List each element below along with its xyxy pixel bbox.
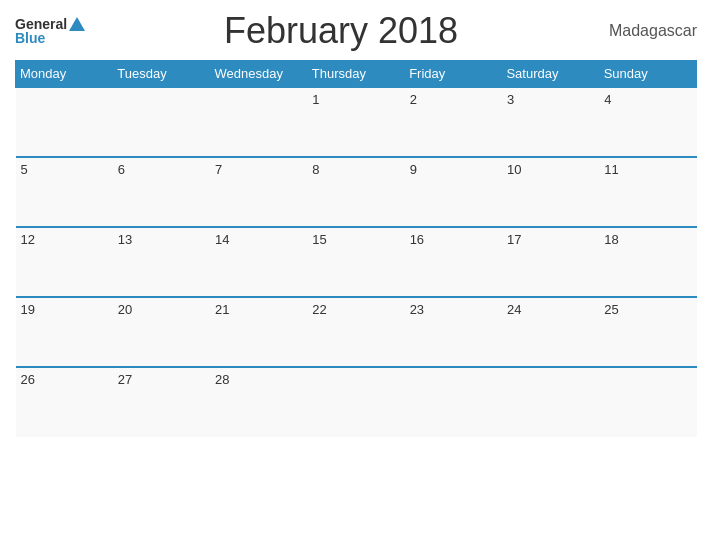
weekday-header-friday: Friday bbox=[405, 61, 502, 88]
day-number: 14 bbox=[215, 232, 229, 247]
weekday-header-monday: Monday bbox=[16, 61, 113, 88]
calendar-day-cell bbox=[307, 367, 404, 437]
day-number: 17 bbox=[507, 232, 521, 247]
weekday-header-sunday: Sunday bbox=[599, 61, 696, 88]
day-number: 10 bbox=[507, 162, 521, 177]
day-number: 1 bbox=[312, 92, 319, 107]
calendar-grid: MondayTuesdayWednesdayThursdayFridaySatu… bbox=[15, 60, 697, 437]
calendar-day-cell: 11 bbox=[599, 157, 696, 227]
calendar-day-cell: 15 bbox=[307, 227, 404, 297]
calendar-day-cell: 19 bbox=[16, 297, 113, 367]
calendar-day-cell: 5 bbox=[16, 157, 113, 227]
day-number: 25 bbox=[604, 302, 618, 317]
day-number: 20 bbox=[118, 302, 132, 317]
calendar-title: February 2018 bbox=[85, 10, 597, 52]
day-number: 24 bbox=[507, 302, 521, 317]
calendar-day-cell: 8 bbox=[307, 157, 404, 227]
calendar-day-cell bbox=[599, 367, 696, 437]
day-number: 12 bbox=[21, 232, 35, 247]
calendar-day-cell: 27 bbox=[113, 367, 210, 437]
calendar-day-cell bbox=[405, 367, 502, 437]
logo-area: General Blue bbox=[15, 17, 85, 45]
calendar-day-cell bbox=[113, 87, 210, 157]
calendar-day-cell: 28 bbox=[210, 367, 307, 437]
day-number: 13 bbox=[118, 232, 132, 247]
day-number: 16 bbox=[410, 232, 424, 247]
calendar-container: General Blue February 2018 Madagascar Mo… bbox=[0, 0, 712, 550]
day-number: 26 bbox=[21, 372, 35, 387]
calendar-day-cell: 21 bbox=[210, 297, 307, 367]
calendar-week-row: 567891011 bbox=[16, 157, 697, 227]
day-number: 3 bbox=[507, 92, 514, 107]
calendar-day-cell: 22 bbox=[307, 297, 404, 367]
calendar-day-cell: 16 bbox=[405, 227, 502, 297]
calendar-day-cell: 25 bbox=[599, 297, 696, 367]
weekday-header-wednesday: Wednesday bbox=[210, 61, 307, 88]
day-number: 7 bbox=[215, 162, 222, 177]
day-number: 6 bbox=[118, 162, 125, 177]
calendar-day-cell: 3 bbox=[502, 87, 599, 157]
day-number: 11 bbox=[604, 162, 618, 177]
calendar-day-cell: 13 bbox=[113, 227, 210, 297]
calendar-day-cell: 26 bbox=[16, 367, 113, 437]
country-name: Madagascar bbox=[597, 22, 697, 40]
weekday-header-tuesday: Tuesday bbox=[113, 61, 210, 88]
day-number: 21 bbox=[215, 302, 229, 317]
day-number: 15 bbox=[312, 232, 326, 247]
calendar-day-cell: 18 bbox=[599, 227, 696, 297]
calendar-week-row: 262728 bbox=[16, 367, 697, 437]
day-number: 9 bbox=[410, 162, 417, 177]
day-number: 5 bbox=[21, 162, 28, 177]
day-number: 8 bbox=[312, 162, 319, 177]
day-number: 2 bbox=[410, 92, 417, 107]
logo-blue-text: Blue bbox=[15, 31, 45, 45]
calendar-day-cell: 4 bbox=[599, 87, 696, 157]
day-number: 4 bbox=[604, 92, 611, 107]
calendar-week-row: 19202122232425 bbox=[16, 297, 697, 367]
calendar-day-cell: 24 bbox=[502, 297, 599, 367]
day-number: 28 bbox=[215, 372, 229, 387]
calendar-day-cell: 2 bbox=[405, 87, 502, 157]
logo-general-text: General bbox=[15, 17, 67, 31]
calendar-day-cell bbox=[16, 87, 113, 157]
calendar-day-cell: 17 bbox=[502, 227, 599, 297]
weekday-header-thursday: Thursday bbox=[307, 61, 404, 88]
calendar-day-cell bbox=[210, 87, 307, 157]
day-number: 18 bbox=[604, 232, 618, 247]
day-number: 22 bbox=[312, 302, 326, 317]
day-number: 23 bbox=[410, 302, 424, 317]
weekday-header-row: MondayTuesdayWednesdayThursdayFridaySatu… bbox=[16, 61, 697, 88]
calendar-day-cell: 9 bbox=[405, 157, 502, 227]
calendar-week-row: 1234 bbox=[16, 87, 697, 157]
calendar-day-cell: 20 bbox=[113, 297, 210, 367]
calendar-header: General Blue February 2018 Madagascar bbox=[15, 10, 697, 52]
logo-triangle-icon bbox=[69, 17, 85, 31]
calendar-day-cell: 14 bbox=[210, 227, 307, 297]
calendar-day-cell: 12 bbox=[16, 227, 113, 297]
day-number: 27 bbox=[118, 372, 132, 387]
weekday-header-saturday: Saturday bbox=[502, 61, 599, 88]
calendar-week-row: 12131415161718 bbox=[16, 227, 697, 297]
calendar-day-cell: 10 bbox=[502, 157, 599, 227]
calendar-day-cell: 7 bbox=[210, 157, 307, 227]
calendar-day-cell: 1 bbox=[307, 87, 404, 157]
calendar-day-cell bbox=[502, 367, 599, 437]
day-number: 19 bbox=[21, 302, 35, 317]
calendar-day-cell: 23 bbox=[405, 297, 502, 367]
calendar-day-cell: 6 bbox=[113, 157, 210, 227]
